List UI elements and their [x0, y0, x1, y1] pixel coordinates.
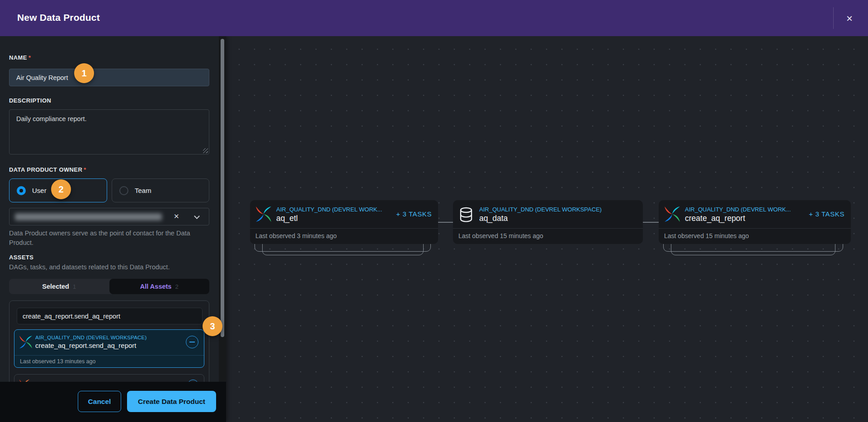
tab-count: 1	[73, 283, 76, 290]
asset-name: create_aq_report.send_aq_report	[35, 342, 137, 349]
lineage-edge	[438, 222, 453, 223]
required-asterisk: *	[84, 166, 86, 173]
clear-icon[interactable]: ✕	[174, 212, 179, 220]
owner-user-select[interactable]: ✕	[9, 208, 209, 225]
textarea-resize-grip[interactable]	[203, 148, 208, 153]
node-source: AIR_QUALITY_DND (DEVREL WORK...	[276, 206, 382, 213]
asset-item-selected[interactable]: AIR_QUALITY_DND (DEVREL WORKSPACE) creat…	[14, 329, 204, 368]
step-badge-1: 1	[74, 63, 94, 83]
assets-subtitle: DAGs, tasks, and datasets related to thi…	[9, 263, 170, 271]
tab-all-assets[interactable]: All Assets 2	[109, 279, 210, 294]
radio-label: Team	[135, 187, 151, 194]
node-name: aq_etl	[276, 214, 298, 223]
description-label: DESCRIPTION	[9, 97, 51, 104]
panel-scrollbar-thumb[interactable]	[221, 39, 224, 337]
database-icon	[458, 206, 474, 223]
asset-search-input[interactable]	[17, 308, 203, 324]
radio-label: User	[32, 187, 47, 194]
assets-tab-bar: Selected 1 All Assets 2	[9, 279, 209, 294]
airflow-pinwheel-icon	[19, 335, 33, 349]
step-badge-3: 3	[203, 316, 222, 336]
owner-value-redacted	[15, 213, 162, 220]
new-data-product-form-panel: NAME* DESCRIPTION Daily compliance repor…	[0, 36, 226, 422]
dataset-node-aq-data[interactable]: AIR_QUALITY_DND (DEVREL WORKSPACE) aq_da…	[453, 200, 643, 244]
node-tasks-badge[interactable]: + 3 TASKS	[809, 210, 844, 218]
modal-title: New Data Product	[17, 12, 100, 23]
node-name: aq_data	[479, 214, 508, 223]
node-tasks-badge[interactable]: + 3 TASKS	[396, 210, 432, 218]
lineage-canvas[interactable]: AIR_QUALITY_DND (DEVREL WORK... aq_etl +…	[226, 36, 868, 422]
node-last-observed: Last observed 15 minutes ago	[659, 228, 851, 244]
form-footer: Cancel Create Data Product	[0, 382, 226, 422]
node-last-observed: Last observed 15 minutes ago	[453, 228, 643, 244]
name-input[interactable]	[9, 69, 209, 86]
radio-unselected-icon[interactable]	[119, 186, 128, 195]
node-source: AIR_QUALITY_DND (DEVREL WORK...	[685, 206, 791, 213]
owner-type-team-option[interactable]: Team	[112, 178, 209, 202]
modal-header: New Data Product ×	[0, 0, 868, 36]
radio-selected-icon[interactable]	[17, 186, 26, 195]
header-divider	[833, 7, 834, 29]
owner-label: DATA PRODUCT OWNER*	[9, 166, 86, 173]
chevron-down-icon[interactable]	[194, 213, 200, 219]
description-textarea[interactable]: Daily compliance report.	[9, 109, 209, 155]
cancel-button[interactable]: Cancel	[78, 391, 121, 412]
tab-count: 2	[175, 283, 178, 290]
node-last-observed: Last observed 3 minutes ago	[250, 228, 438, 244]
create-data-product-button[interactable]: Create Data Product	[127, 391, 216, 412]
node-source: AIR_QUALITY_DND (DEVREL WORKSPACE)	[479, 206, 602, 213]
name-label: NAME*	[9, 54, 31, 61]
assets-label: ASSETS	[9, 254, 33, 261]
required-asterisk: *	[28, 54, 31, 61]
airflow-pinwheel-icon	[255, 206, 272, 222]
close-icon[interactable]: ×	[842, 11, 857, 26]
node-name: create_aq_report	[685, 214, 745, 223]
dag-node-create-aq-report[interactable]: AIR_QUALITY_DND (DEVREL WORK... create_a…	[659, 200, 851, 244]
airflow-pinwheel-icon	[664, 206, 680, 222]
tab-selected[interactable]: Selected 1	[9, 279, 109, 294]
dag-node-aq-etl[interactable]: AIR_QUALITY_DND (DEVREL WORK... aq_etl +…	[250, 200, 438, 244]
remove-asset-button[interactable]	[186, 336, 198, 348]
asset-last-observed: Last observed 13 minutes ago	[14, 355, 204, 367]
lineage-edge	[643, 222, 659, 223]
asset-source: AIR_QUALITY_DND (DEVREL WORKSPACE)	[35, 335, 146, 340]
step-badge-2: 2	[51, 179, 71, 199]
minus-icon	[189, 342, 195, 342]
owner-helper-text: Data Product owners serve as the point o…	[9, 229, 208, 248]
